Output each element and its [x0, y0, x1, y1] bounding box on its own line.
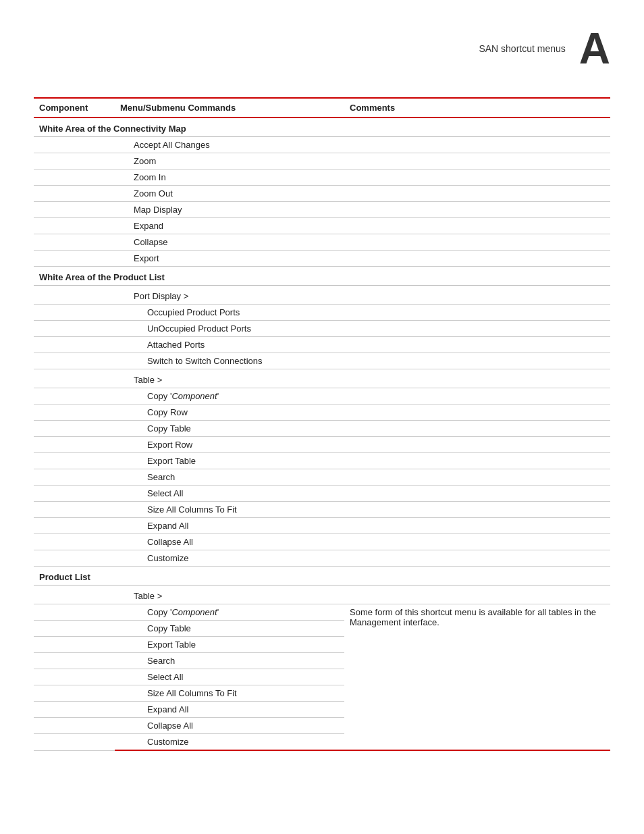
section-label-product-list: Product List	[34, 567, 115, 585]
italic-component-text-2: Component	[171, 607, 217, 617]
table-row: Customize	[34, 550, 610, 567]
table-row: Table >	[34, 369, 610, 388]
row-component	[34, 502, 115, 518]
row-component	[34, 637, 115, 653]
row-menu: Copy 'Component'	[115, 604, 344, 621]
table-row: Port Display >	[34, 286, 610, 305]
table-row: Zoom In	[34, 170, 610, 186]
row-component	[34, 369, 115, 388]
row-comments	[344, 251, 610, 267]
table-row: Occupied Product Ports	[34, 305, 610, 321]
row-comments	[344, 534, 610, 550]
table-row: Zoom	[34, 153, 610, 170]
row-menu: Table >	[115, 585, 344, 604]
row-comments	[344, 202, 610, 218]
row-component	[34, 685, 115, 702]
row-menu: Select All	[115, 486, 344, 502]
row-menu: Copy Table	[115, 421, 344, 437]
row-component	[34, 305, 115, 321]
row-menu: Zoom In	[115, 170, 344, 186]
table-row: Collapse All	[34, 534, 610, 550]
row-menu: Copy 'Component'	[115, 388, 344, 405]
row-comments-product-list: Some form of this shortcut menu is avail…	[344, 604, 610, 751]
table-row: Export Table	[34, 453, 610, 469]
row-menu: Customize	[115, 550, 344, 567]
row-menu: Port Display >	[115, 286, 344, 305]
row-menu: Expand All	[115, 518, 344, 534]
row-menu: Copy Table	[115, 621, 344, 637]
row-comments	[344, 186, 610, 202]
row-comments	[344, 170, 610, 186]
row-menu: Search	[115, 469, 344, 486]
row-component	[34, 653, 115, 669]
row-menu: Copy Row	[115, 405, 344, 421]
col-header-menu: Menu/Submenu Commands	[115, 99, 344, 118]
row-menu: Switch to Switch Connections	[115, 353, 344, 369]
table-row: Collapse	[34, 234, 610, 251]
row-comments	[344, 518, 610, 534]
row-menu: Zoom Out	[115, 186, 344, 202]
row-component	[34, 170, 115, 186]
row-comments	[344, 369, 610, 388]
table-row: Map Display	[34, 202, 610, 218]
page: SAN shortcut menus A Component Menu/Subm…	[0, 0, 644, 791]
col-header-comments: Comments	[344, 99, 610, 118]
row-component	[34, 702, 115, 718]
table-row: Copy 'Component' Some form of this short…	[34, 604, 610, 621]
page-header-letter: A	[579, 27, 610, 70]
table-row: Copy 'Component'	[34, 388, 610, 405]
row-menu: Customize	[115, 734, 344, 751]
row-menu: Collapse	[115, 234, 344, 251]
header-title-group: SAN shortcut menus A	[479, 27, 610, 70]
row-comments	[344, 353, 610, 369]
table-row: Zoom Out	[34, 186, 610, 202]
row-comments	[344, 421, 610, 437]
table-row: Expand All	[34, 518, 610, 534]
table-row: Select All	[34, 486, 610, 502]
row-comments	[344, 437, 610, 453]
table-row: Export Row	[34, 437, 610, 453]
row-menu: Export	[115, 251, 344, 267]
row-component	[34, 734, 115, 751]
row-component	[34, 234, 115, 251]
section-comments-empty	[344, 567, 610, 585]
row-menu: Export Table	[115, 453, 344, 469]
row-menu: Attached Ports	[115, 337, 344, 353]
page-header: SAN shortcut menus A	[34, 27, 610, 77]
table-row: Attached Ports	[34, 337, 610, 353]
section-header-product-list: Product List	[34, 567, 610, 585]
table-row: Accept All Changes	[34, 137, 610, 153]
row-comments	[344, 337, 610, 353]
row-comments	[344, 405, 610, 421]
table-row: Expand	[34, 218, 610, 234]
row-component	[34, 186, 115, 202]
section-header-product-list-white: White Area of the Product List	[34, 267, 610, 286]
row-component	[34, 437, 115, 453]
row-component	[34, 486, 115, 502]
row-comments	[344, 453, 610, 469]
row-component	[34, 421, 115, 437]
row-component	[34, 405, 115, 421]
table-row: Search	[34, 469, 610, 486]
row-component	[34, 585, 115, 604]
row-comments	[344, 286, 610, 305]
row-comments	[344, 486, 610, 502]
row-menu: Size All Columns To Fit	[115, 502, 344, 518]
row-menu: Zoom	[115, 153, 344, 170]
row-menu: Expand All	[115, 702, 344, 718]
row-menu: Collapse All	[115, 534, 344, 550]
row-component	[34, 153, 115, 170]
row-component	[34, 137, 115, 153]
row-component	[34, 518, 115, 534]
section-menu-empty	[115, 567, 344, 585]
row-menu: Select All	[115, 669, 344, 685]
row-component	[34, 453, 115, 469]
table-row: Copy Table	[34, 421, 610, 437]
row-comments	[344, 585, 610, 604]
row-menu: Expand	[115, 218, 344, 234]
row-component	[34, 534, 115, 550]
row-component	[34, 621, 115, 637]
row-component	[34, 604, 115, 621]
table-row: Export	[34, 251, 610, 267]
table-row: Switch to Switch Connections	[34, 353, 610, 369]
